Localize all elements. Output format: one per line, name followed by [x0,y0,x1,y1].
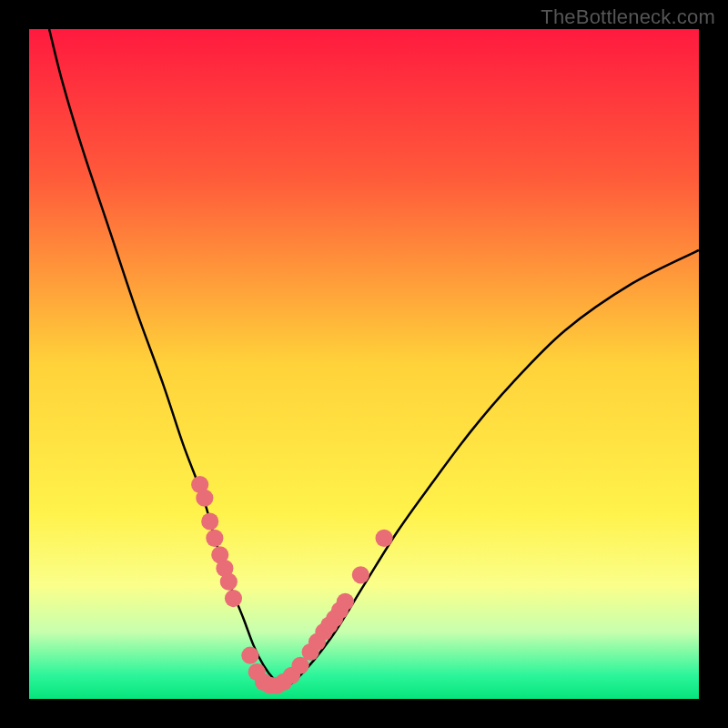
sample-point [220,573,238,591]
watermark-text: TheBottleneck.com [541,5,715,29]
sample-point [201,512,218,530]
sample-point [241,647,258,664]
sample-point [376,530,393,547]
sample-point [337,593,354,611]
bottleneck-chart [29,29,699,699]
sample-point [225,590,242,607]
sample-point [196,490,213,507]
chart-frame: TheBottleneck.com [0,0,728,728]
sample-point [352,566,369,583]
sample-point [206,530,223,547]
plot-area [29,29,699,699]
gradient-background [29,29,699,699]
